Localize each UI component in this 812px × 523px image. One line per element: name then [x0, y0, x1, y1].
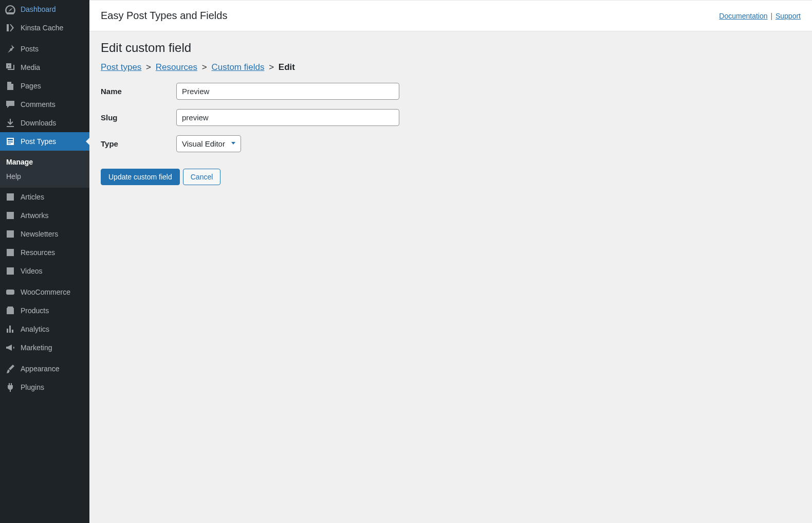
brush-icon — [5, 364, 15, 374]
breadcrumb-current: Edit — [279, 62, 295, 72]
sidebar-item-woocommerce[interactable]: WooCommerce — [0, 283, 89, 301]
sidebar-item-label: Marketing — [21, 344, 52, 352]
sidebar-item-label: Artworks — [21, 211, 48, 220]
sidebar-item-resources[interactable]: Resources — [0, 243, 89, 262]
pin-icon — [5, 44, 15, 54]
sidebar-item-label: Comments — [21, 100, 56, 109]
cancel-button[interactable]: Cancel — [183, 169, 221, 185]
sidebar-item-label: Posts — [21, 45, 39, 53]
name-input[interactable] — [176, 83, 399, 100]
documentation-link[interactable]: Documentation — [719, 12, 767, 20]
sidebar-item-label: Newsletters — [21, 230, 58, 238]
post-types-icon — [5, 136, 15, 147]
breadcrumb-separator: > — [269, 62, 274, 72]
sidebar-item-products[interactable]: Products — [0, 301, 89, 320]
support-link[interactable]: Support — [776, 12, 801, 20]
name-label: Name — [101, 87, 176, 96]
sidebar-item-media[interactable]: Media — [0, 58, 89, 77]
header-bar: Easy Post Types and Fields Documentation… — [89, 0, 812, 31]
sidebar-item-label: Appearance — [21, 365, 60, 373]
dashboard-icon — [5, 4, 15, 14]
main-content: Easy Post Types and Fields Documentation… — [89, 0, 812, 523]
form-actions: Update custom field Cancel — [101, 169, 801, 185]
sidebar-item-dashboard[interactable]: Dashboard — [0, 0, 89, 19]
sidebar-item-pages[interactable]: Pages — [0, 77, 89, 95]
submenu-item-manage[interactable]: Manage — [0, 155, 89, 169]
list-icon — [5, 192, 15, 202]
list-icon — [5, 229, 15, 239]
sidebar-item-appearance[interactable]: Appearance — [0, 359, 89, 378]
separator: | — [770, 12, 772, 20]
sidebar-item-label: Post Types — [21, 137, 56, 146]
sidebar-item-label: Dashboard — [21, 5, 56, 13]
sidebar-item-label: Resources — [21, 248, 55, 257]
sidebar-item-label: WooCommerce — [21, 288, 70, 296]
breadcrumb-custom-fields[interactable]: Custom fields — [211, 62, 264, 72]
comment-icon — [5, 99, 15, 110]
sidebar-item-plugins[interactable]: Plugins — [0, 378, 89, 396]
content-area: Edit custom field Post types > Resources… — [89, 31, 812, 194]
page-title: Edit custom field — [101, 41, 801, 55]
sidebar-item-downloads[interactable]: Downloads — [0, 114, 89, 132]
plug-icon — [5, 382, 15, 392]
sidebar-item-comments[interactable]: Comments — [0, 95, 89, 114]
svg-rect-0 — [6, 290, 14, 295]
sidebar-item-label: Media — [21, 63, 40, 71]
woo-icon — [5, 287, 15, 297]
sidebar-item-posts[interactable]: Posts — [0, 40, 89, 58]
page-icon — [5, 81, 15, 91]
admin-sidebar: Dashboard Kinsta Cache Posts Media Pages… — [0, 0, 89, 523]
chevron-down-icon — [229, 139, 237, 149]
breadcrumb-separator: > — [202, 62, 207, 72]
product-icon — [5, 305, 15, 316]
update-button[interactable]: Update custom field — [101, 169, 180, 185]
list-icon — [5, 266, 15, 276]
breadcrumb: Post types > Resources > Custom fields >… — [101, 62, 801, 73]
form: Name Slug Type Visual Editor — [101, 83, 801, 152]
sidebar-item-label: Kinsta Cache — [21, 24, 63, 32]
sidebar-item-artworks[interactable]: Artworks — [0, 206, 89, 225]
sidebar-item-videos[interactable]: Videos — [0, 262, 89, 280]
sidebar-item-label: Videos — [21, 267, 43, 275]
sidebar-item-marketing[interactable]: Marketing — [0, 338, 89, 357]
sidebar-item-analytics[interactable]: Analytics — [0, 320, 89, 338]
sidebar-submenu: Manage Help — [0, 151, 89, 188]
list-icon — [5, 247, 15, 258]
sidebar-item-label: Analytics — [21, 325, 49, 333]
sidebar-item-articles[interactable]: Articles — [0, 188, 89, 206]
sidebar-item-kinsta-cache[interactable]: Kinsta Cache — [0, 19, 89, 37]
sidebar-item-label: Articles — [21, 193, 44, 201]
chart-icon — [5, 324, 15, 334]
type-select[interactable]: Visual Editor — [176, 135, 241, 152]
kinsta-icon — [5, 23, 15, 33]
breadcrumb-separator: > — [146, 62, 151, 72]
sidebar-item-label: Plugins — [21, 383, 44, 391]
list-icon — [5, 210, 15, 221]
header-links: Documentation | Support — [719, 12, 801, 20]
slug-label: Slug — [101, 113, 176, 122]
media-icon — [5, 62, 15, 73]
sidebar-item-newsletters[interactable]: Newsletters — [0, 225, 89, 243]
sidebar-item-label: Products — [21, 306, 49, 315]
download-icon — [5, 118, 15, 128]
type-select-value: Visual Editor — [182, 139, 225, 148]
sidebar-item-post-types[interactable]: Post Types — [0, 132, 89, 151]
breadcrumb-resources[interactable]: Resources — [156, 62, 197, 72]
submenu-item-help[interactable]: Help — [0, 169, 89, 184]
plugin-title: Easy Post Types and Fields — [101, 10, 227, 22]
megaphone-icon — [5, 342, 15, 353]
sidebar-item-label: Pages — [21, 82, 41, 90]
type-label: Type — [101, 139, 176, 148]
breadcrumb-post-types[interactable]: Post types — [101, 62, 141, 72]
sidebar-item-label: Downloads — [21, 119, 56, 127]
slug-input[interactable] — [176, 109, 399, 126]
